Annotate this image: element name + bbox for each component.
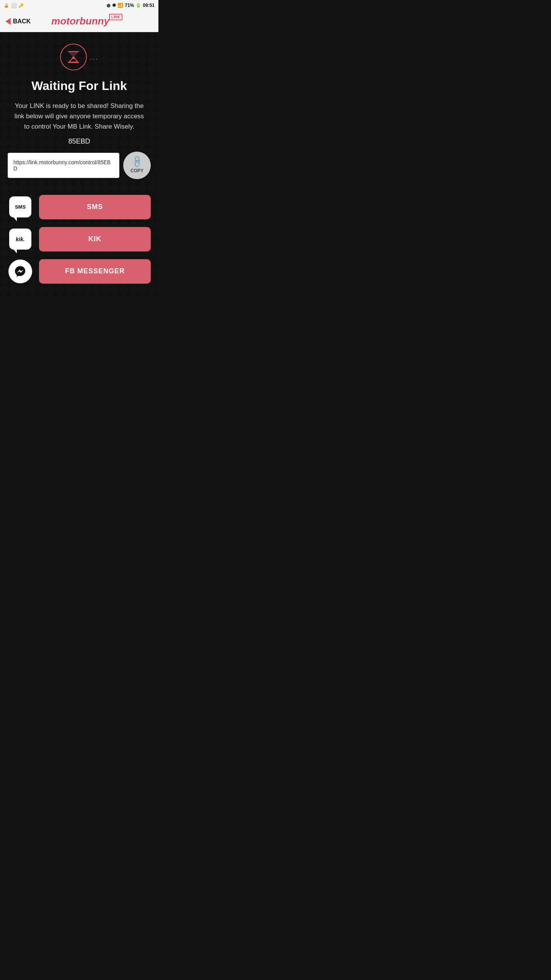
sms-icon: SMS bbox=[9, 196, 31, 217]
sms-icon-text: SMS bbox=[15, 204, 26, 210]
page-title: Waiting For Link bbox=[31, 79, 127, 93]
copy-button[interactable]: 🔗 COPY bbox=[123, 152, 151, 179]
fb-messenger-icon bbox=[8, 260, 32, 283]
sms-button[interactable]: SMS bbox=[39, 195, 151, 219]
kik-icon-text: kik. bbox=[16, 236, 24, 242]
svg-point-2 bbox=[73, 57, 74, 59]
kik-row: kik. KIK bbox=[8, 227, 151, 252]
fb-icon-wrap bbox=[8, 259, 33, 284]
url-container: https://link.motorbunny.com/control/85EB… bbox=[8, 152, 151, 179]
logo-badge: LINK bbox=[109, 14, 122, 20]
back-arrow-icon bbox=[5, 18, 11, 25]
fb-messenger-button[interactable]: FB MESSENGER bbox=[39, 259, 151, 284]
url-display: https://link.motorbunny.com/control/85EB… bbox=[8, 153, 119, 178]
loading-dots: ... bbox=[90, 53, 99, 62]
gear-icon: ⬜ bbox=[11, 3, 17, 8]
sync-icon: ⊕ bbox=[106, 3, 111, 8]
page-description: Your LINK is ready to be shared! Sharing… bbox=[8, 101, 151, 132]
sms-icon-wrap: SMS bbox=[8, 194, 33, 220]
logo-text: motorbunny bbox=[51, 15, 109, 27]
link-code: 85EBD bbox=[68, 137, 90, 145]
status-left: 🔒 ⬜ 🔑 bbox=[4, 3, 24, 8]
kik-button[interactable]: KIK bbox=[39, 227, 151, 252]
hourglass-svg bbox=[66, 50, 81, 64]
lock-icon: 🔒 bbox=[4, 3, 9, 8]
chain-link-icon: 🔗 bbox=[130, 155, 144, 169]
back-button[interactable]: BACK bbox=[5, 18, 31, 25]
battery-percent: 71% bbox=[125, 3, 134, 8]
kik-icon: kik. bbox=[9, 229, 31, 250]
kik-icon-wrap: kik. bbox=[8, 227, 33, 252]
fb-row: FB MESSENGER bbox=[8, 259, 151, 284]
key-icon: 🔑 bbox=[18, 3, 24, 8]
sms-row: SMS SMS bbox=[8, 194, 151, 220]
main-content: ... Waiting For Link Your LINK is ready … bbox=[0, 32, 158, 299]
hourglass-icon-circle bbox=[60, 44, 87, 70]
status-bar: 🔒 ⬜ 🔑 ⊕ ✱ 📶 71% 🔋 09:51 bbox=[0, 0, 158, 11]
time: 09:51 bbox=[143, 3, 155, 8]
battery-icon: 🔋 bbox=[135, 3, 141, 8]
status-right: ⊕ ✱ 📶 71% 🔋 09:51 bbox=[106, 3, 155, 8]
share-section: SMS SMS kik. KIK bbox=[8, 194, 151, 284]
back-label: BACK bbox=[13, 18, 31, 25]
logo-container: motorbunny LINK bbox=[31, 15, 153, 27]
app-logo: motorbunny LINK bbox=[51, 15, 109, 27]
nav-bar: BACK motorbunny LINK bbox=[0, 11, 158, 32]
bluetooth-icon: ✱ bbox=[112, 3, 116, 8]
signal-icon: 📶 bbox=[117, 3, 123, 8]
icon-area: ... bbox=[60, 44, 99, 70]
messenger-svg bbox=[13, 264, 28, 279]
